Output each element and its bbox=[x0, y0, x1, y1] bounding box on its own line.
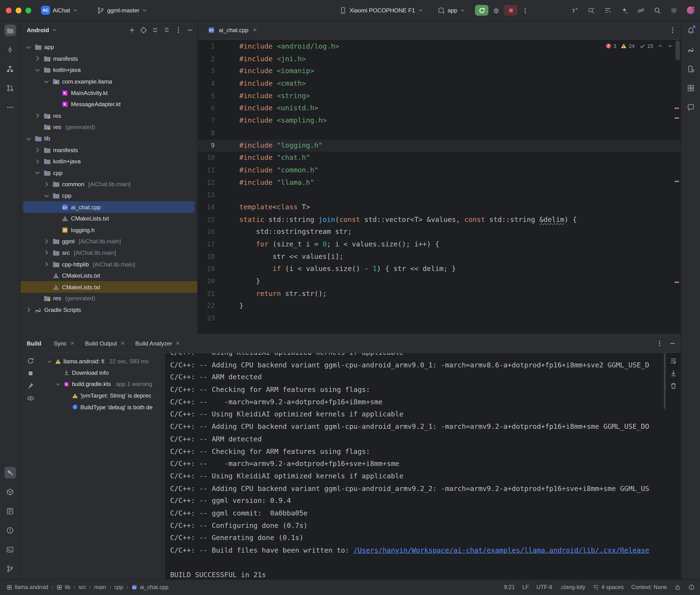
debug-button[interactable] bbox=[491, 4, 503, 16]
logcat-tool-button[interactable] bbox=[4, 505, 16, 517]
chevron-right-icon[interactable] bbox=[34, 158, 41, 165]
notifications-button[interactable] bbox=[685, 25, 696, 36]
chevron-down-icon[interactable] bbox=[25, 135, 32, 142]
project-tree-item-ai-chat-cpp[interactable]: C+ai_chat.cpp bbox=[23, 201, 195, 213]
code-line-10[interactable]: 10#include "chat.h" bbox=[198, 152, 681, 164]
console-file-link[interactable]: /Users/hanyin/Workspace/ai-chat/examples… bbox=[354, 546, 649, 554]
chevron-right-icon[interactable] bbox=[43, 261, 50, 268]
ok-stripe-mark[interactable] bbox=[674, 181, 679, 182]
problems-tool-button[interactable] bbox=[4, 524, 16, 536]
context-indicator[interactable]: Context: None bbox=[632, 584, 667, 591]
inspection-widget[interactable]: 3 24 15 bbox=[605, 43, 673, 49]
project-tree-item-kotlin-java[interactable]: kotlin+java bbox=[21, 156, 197, 167]
ai-assistant-button[interactable] bbox=[618, 4, 631, 16]
project-tree-item-logging-h[interactable]: Hlogging.h bbox=[21, 224, 197, 236]
prev-problem-button[interactable] bbox=[657, 43, 663, 49]
error-stripe-mark[interactable] bbox=[674, 108, 679, 109]
error-stripe-mark[interactable] bbox=[674, 117, 679, 119]
chevron-right-icon[interactable] bbox=[34, 146, 41, 153]
project-tree-item-com-example-llama[interactable]: com.example.llama bbox=[21, 76, 197, 87]
code-line-20[interactable]: 20 } bbox=[198, 276, 681, 288]
chevron-right-icon[interactable] bbox=[43, 238, 50, 245]
hide-build-panel-button[interactable] bbox=[669, 339, 676, 347]
project-tree-item-res[interactable]: res(generated) bbox=[21, 121, 197, 133]
breadcrumb-item-cpp[interactable]: cpp bbox=[114, 584, 123, 591]
close-icon[interactable] bbox=[175, 340, 180, 346]
console-scrollbar-thumb[interactable] bbox=[664, 353, 666, 409]
project-tree-item-res[interactable]: res bbox=[21, 110, 197, 121]
breadcrumb-item-lib[interactable]: lib bbox=[56, 584, 71, 591]
build-options-button[interactable] bbox=[656, 339, 663, 347]
run-more-actions-button[interactable] bbox=[520, 4, 532, 16]
project-tree-item-manifests[interactable]: manifests bbox=[21, 53, 197, 64]
settings-button[interactable] bbox=[668, 4, 680, 16]
project-tree-item-cpp[interactable]: cpp bbox=[21, 190, 197, 201]
code-line-22[interactable]: 22} bbox=[198, 300, 681, 312]
editor-options-button[interactable] bbox=[669, 26, 676, 34]
editor-scrollbar-thumb[interactable] bbox=[675, 41, 680, 60]
build-tool-button[interactable] bbox=[4, 467, 16, 479]
ai-link-button[interactable] bbox=[635, 4, 647, 16]
filter-view-button[interactable] bbox=[27, 395, 34, 402]
soft-wrap-button[interactable] bbox=[670, 357, 677, 365]
project-tree-item-cmakelists-txt[interactable]: CMakeLists.txt bbox=[21, 270, 197, 281]
project-selector[interactable]: AC AiChat bbox=[37, 4, 82, 17]
build-console[interactable]: C/C++: -- Using KleidiAI optimized kerne… bbox=[165, 353, 681, 579]
chevron-right-icon[interactable] bbox=[25, 306, 32, 314]
panel-options-button[interactable] bbox=[175, 26, 182, 34]
chevron-right-icon[interactable] bbox=[43, 181, 50, 188]
build-tree-item-download-info[interactable]: Download info bbox=[40, 367, 165, 378]
chevron-down-icon[interactable] bbox=[43, 192, 50, 199]
close-window-button[interactable] bbox=[6, 7, 11, 13]
ai-rename-button[interactable]: T bbox=[569, 4, 581, 16]
build-tree-item-buildtype-debug-is-both-de[interactable]: BuildType 'debug' is both de bbox=[40, 401, 165, 413]
code-line-8[interactable]: 8 bbox=[198, 127, 681, 140]
project-tree-item-app[interactable]: app bbox=[21, 41, 197, 53]
dependencies-tool-button[interactable] bbox=[4, 486, 16, 498]
chevron-down-icon[interactable] bbox=[34, 66, 41, 74]
project-view-selector[interactable]: Android bbox=[27, 27, 49, 33]
code-line-9[interactable]: 9#include "logging.h" bbox=[198, 140, 681, 152]
project-tree-item-messageadapter-kt[interactable]: KMessageAdapter.kt bbox=[21, 98, 197, 110]
locate-file-button[interactable] bbox=[140, 26, 147, 34]
editor-tab-ai-chat-cpp[interactable]: C+ ai_chat.cpp bbox=[202, 21, 263, 39]
chevron-down-icon[interactable] bbox=[47, 358, 53, 365]
project-tree-item-res[interactable]: res(generated) bbox=[21, 293, 197, 304]
code-line-13[interactable]: 13 bbox=[198, 189, 681, 201]
project-tree-item-common[interactable]: common[AiChat.lib.main] bbox=[21, 178, 197, 190]
code-line-5[interactable]: 5#include <string> bbox=[198, 90, 681, 103]
project-tree-item-gradle-scripts[interactable]: Gradle Scripts bbox=[21, 304, 197, 316]
terminal-tool-button[interactable] bbox=[4, 544, 16, 555]
code-line-17[interactable]: 17 for (size_t i = 0; i < values.size();… bbox=[198, 238, 681, 251]
assistant-button[interactable] bbox=[685, 101, 696, 113]
tab-build-output[interactable]: Build Output bbox=[81, 338, 130, 349]
pull-requests-tool-button[interactable] bbox=[4, 82, 16, 94]
code-line-15[interactable]: 15static std::string join(const std::vec… bbox=[198, 214, 681, 226]
code-line-6[interactable]: 6#include <unistd.h> bbox=[198, 103, 681, 115]
version-control-tool-button[interactable] bbox=[4, 563, 16, 574]
tab-build-analyzer[interactable]: Build Analyzer bbox=[131, 338, 185, 349]
code-line-19[interactable]: 19 if (i < values.size() - 1) { str << d… bbox=[198, 263, 681, 276]
search-everywhere-button[interactable] bbox=[651, 4, 664, 16]
linter-status[interactable]: .clang-tidy bbox=[560, 584, 585, 591]
code-line-11[interactable]: 11#include "common.h" bbox=[198, 164, 681, 177]
build-tree-item-build-gradle-kts[interactable]: Kbuild.gradle.ktsapp 1 warning bbox=[40, 378, 165, 390]
project-tool-button[interactable] bbox=[4, 25, 16, 36]
breadcrumb-item-llama-android[interactable]: llama.android bbox=[6, 584, 48, 591]
chevron-down-icon[interactable] bbox=[55, 381, 61, 387]
running-devices-button[interactable] bbox=[685, 82, 696, 94]
error-stripe-mark[interactable] bbox=[674, 282, 679, 283]
chevron-right-icon[interactable] bbox=[43, 249, 50, 256]
profile-avatar[interactable] bbox=[684, 4, 696, 16]
info-circle-icon[interactable] bbox=[688, 584, 695, 591]
code-line-23[interactable]: 23 bbox=[198, 312, 681, 325]
close-icon[interactable] bbox=[70, 340, 75, 346]
hide-panel-button[interactable] bbox=[186, 26, 194, 34]
stop-sync-button[interactable] bbox=[27, 370, 34, 377]
scroll-to-end-button[interactable] bbox=[670, 370, 677, 377]
breadcrumb-item-main[interactable]: main bbox=[94, 584, 106, 591]
project-tree-item-cpp-httplib[interactable]: cpp-httplib[AiChat.lib.main] bbox=[21, 259, 197, 270]
file-encoding[interactable]: UTF-8 bbox=[536, 584, 552, 591]
chevron-right-icon[interactable] bbox=[34, 55, 41, 62]
pin-icon[interactable] bbox=[27, 382, 34, 390]
